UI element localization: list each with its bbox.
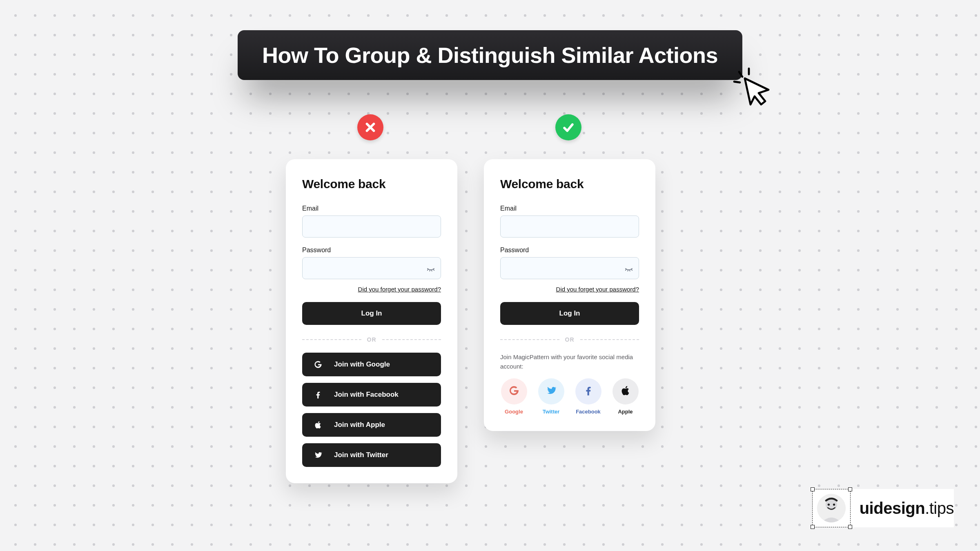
divider-label: OR xyxy=(565,336,575,343)
twitter-icon xyxy=(546,385,557,398)
join-facebook-button[interactable]: Join with Facebook xyxy=(302,383,441,407)
join-apple-button[interactable]: Join with Apple xyxy=(302,413,441,437)
brand-text: uidesign.tips xyxy=(860,499,954,518)
brand-rest: .tips xyxy=(925,499,954,517)
join-google-button[interactable]: Join with Google xyxy=(302,353,441,376)
svg-line-6 xyxy=(433,269,434,271)
svg-line-4 xyxy=(430,270,430,271)
chip-label: Twitter xyxy=(543,409,560,415)
email-field[interactable] xyxy=(302,216,441,238)
svg-line-5 xyxy=(432,270,432,271)
divider-line xyxy=(302,339,361,340)
x-icon xyxy=(363,120,377,134)
button-label: Join with Google xyxy=(334,360,390,369)
card-title: Welcome back xyxy=(500,177,639,191)
title-text: How To Group & Distinguish Similar Actio… xyxy=(262,43,718,67)
brand-footer: uidesign.tips xyxy=(812,489,954,527)
eye-closed-icon[interactable] xyxy=(624,264,633,273)
forgot-password-link[interactable]: Did you forget your password? xyxy=(358,286,441,293)
svg-line-3 xyxy=(428,269,428,271)
divider-line xyxy=(500,339,559,340)
join-twitter-chip[interactable]: Twitter xyxy=(537,378,565,415)
chip-label: Facebook xyxy=(576,409,601,415)
google-icon xyxy=(508,385,520,398)
chip-label: Google xyxy=(505,409,523,415)
divider-line xyxy=(580,339,639,340)
email-label: Email xyxy=(302,205,441,212)
login-card-bad: Welcome back Email Password Did you forg… xyxy=(286,159,457,483)
join-note: Join MagicPattern with your favorite soc… xyxy=(500,353,639,371)
avatar-icon xyxy=(817,494,846,522)
join-twitter-button[interactable]: Join with Twitter xyxy=(302,443,441,467)
svg-line-10 xyxy=(631,269,632,271)
twitter-icon xyxy=(314,451,323,460)
svg-point-13 xyxy=(828,504,830,506)
good-example-badge xyxy=(555,114,581,140)
button-label: Join with Twitter xyxy=(334,451,388,459)
check-icon xyxy=(561,120,575,134)
title-banner: How To Group & Distinguish Similar Actio… xyxy=(238,30,742,80)
login-button[interactable]: Log In xyxy=(500,302,639,325)
eye-closed-icon[interactable] xyxy=(426,264,435,273)
bad-example-badge xyxy=(357,114,383,140)
facebook-icon xyxy=(314,390,323,399)
email-label: Email xyxy=(500,205,639,212)
password-field[interactable] xyxy=(500,257,639,279)
join-google-chip[interactable]: Google xyxy=(500,378,528,415)
button-label: Join with Facebook xyxy=(334,391,399,399)
svg-line-1 xyxy=(734,82,740,82)
facebook-icon xyxy=(583,385,594,398)
apple-icon xyxy=(314,420,323,429)
avatar-selection-frame xyxy=(812,489,851,527)
button-label: Join with Apple xyxy=(334,421,385,429)
svg-point-14 xyxy=(833,504,835,506)
login-button[interactable]: Log In xyxy=(302,302,441,325)
chip-label: Apple xyxy=(618,409,633,415)
divider-label: OR xyxy=(367,336,376,343)
svg-line-0 xyxy=(739,72,742,77)
brand-bold: uidesign xyxy=(860,499,925,517)
email-field[interactable] xyxy=(500,216,639,238)
password-label: Password xyxy=(500,247,639,254)
svg-line-9 xyxy=(630,270,630,271)
google-icon xyxy=(314,360,323,369)
password-label: Password xyxy=(302,247,441,254)
card-title: Welcome back xyxy=(302,177,441,191)
forgot-password-link[interactable]: Did you forget your password? xyxy=(556,286,639,293)
password-field[interactable] xyxy=(302,257,441,279)
join-apple-chip[interactable]: Apple xyxy=(612,378,639,415)
login-card-good: Welcome back Email Password Did you forg… xyxy=(484,159,655,431)
join-facebook-chip[interactable]: Facebook xyxy=(575,378,602,415)
svg-line-8 xyxy=(628,270,628,271)
divider-line xyxy=(382,339,441,340)
apple-icon xyxy=(620,385,631,398)
cursor-click-icon xyxy=(733,67,772,106)
svg-line-7 xyxy=(626,269,626,271)
